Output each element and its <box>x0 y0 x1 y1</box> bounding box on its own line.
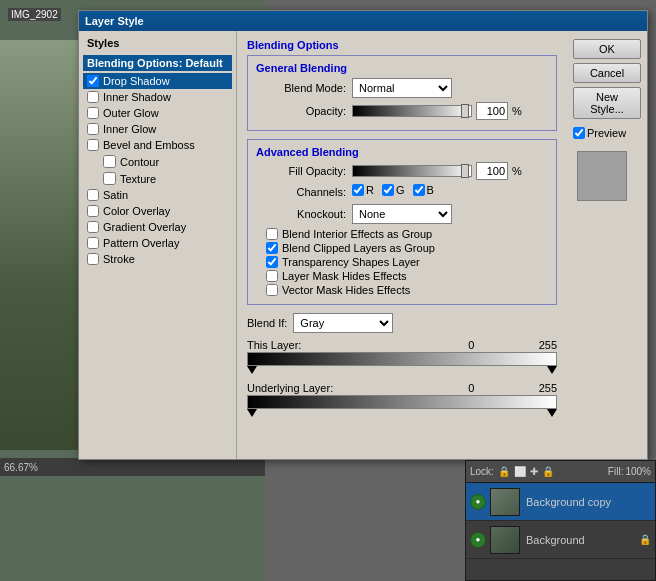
blend-interior-checkbox[interactable] <box>266 228 278 240</box>
channel-b-checkbox[interactable] <box>413 184 425 196</box>
fill-area: Fill: 100% <box>608 466 651 477</box>
opacity-slider-container: % <box>352 102 522 120</box>
vector-mask-checkbox[interactable] <box>266 284 278 296</box>
gradient-overlay-label: Gradient Overlay <box>103 221 186 233</box>
sidebar-item-pattern-overlay[interactable]: Pattern Overlay <box>83 235 232 251</box>
texture-checkbox[interactable] <box>103 172 116 185</box>
blend-if-select[interactable]: Gray Red Green Blue <box>293 313 393 333</box>
knockout-select[interactable]: None Shallow Deep <box>352 204 452 224</box>
cancel-button[interactable]: Cancel <box>573 63 641 83</box>
blend-mode-select[interactable]: Normal Dissolve Multiply Screen Overlay <box>352 78 452 98</box>
blending-options-header[interactable]: Blending Options: Default <box>83 55 232 71</box>
sidebar-item-stroke[interactable]: Stroke <box>83 251 232 267</box>
underlying-layer-label-row: Underlying Layer: 0 255 <box>247 382 557 394</box>
fill-opacity-slider-thumb[interactable] <box>461 164 469 178</box>
ok-button[interactable]: OK <box>573 39 641 59</box>
sidebar-item-color-overlay[interactable]: Color Overlay <box>83 203 232 219</box>
blending-options-title: Blending Options <box>247 39 557 51</box>
color-overlay-checkbox[interactable] <box>87 205 99 217</box>
general-blending-title: General Blending <box>256 62 548 74</box>
opacity-slider-track[interactable] <box>352 105 472 117</box>
transparency-shapes-row: Transparency Shapes Layer <box>266 256 548 268</box>
channel-r: R <box>352 184 374 196</box>
this-layer-container: This Layer: 0 255 <box>247 339 557 366</box>
sidebar-item-contour[interactable]: Contour <box>83 153 232 170</box>
color-overlay-label: Color Overlay <box>103 205 170 217</box>
sidebar-item-gradient-overlay[interactable]: Gradient Overlay <box>83 219 232 235</box>
sidebar-item-outer-glow[interactable]: Outer Glow <box>83 105 232 121</box>
layer-row-background-copy[interactable]: ● Background copy <box>466 483 655 521</box>
blend-if-label: Blend If: <box>247 317 287 329</box>
inner-shadow-label: Inner Shadow <box>103 91 171 103</box>
general-blending-section: General Blending Blend Mode: Normal Diss… <box>247 55 557 131</box>
satin-checkbox[interactable] <box>87 189 99 201</box>
opacity-slider-thumb[interactable] <box>461 104 469 118</box>
underlying-layer-gradient[interactable] <box>247 395 557 409</box>
channel-g: G <box>382 184 405 196</box>
layer-name-background: Background <box>526 534 639 546</box>
styles-panel: Styles Blending Options: Default Drop Sh… <box>79 31 237 459</box>
stroke-checkbox[interactable] <box>87 253 99 265</box>
preview-area <box>577 151 627 201</box>
transparency-shapes-label: Transparency Shapes Layer <box>282 256 420 268</box>
dialog-title: Layer Style <box>85 15 144 27</box>
channel-g-checkbox[interactable] <box>382 184 394 196</box>
channels-label: Channels: <box>256 186 346 198</box>
preview-checkbox[interactable] <box>573 127 585 139</box>
layer-eye-background-copy[interactable]: ● <box>470 494 486 510</box>
texture-label: Texture <box>120 173 156 185</box>
brush-icon[interactable]: ⬜ <box>514 466 526 477</box>
channel-r-checkbox[interactable] <box>352 184 364 196</box>
all-lock-icon[interactable]: 🔒 <box>542 466 554 477</box>
stroke-label: Stroke <box>103 253 135 265</box>
styles-label[interactable]: Styles <box>83 35 232 51</box>
blend-interior-row: Blend Interior Effects as Group <box>266 228 548 240</box>
underlying-layer-right-handle[interactable] <box>547 409 557 417</box>
transparency-shapes-checkbox[interactable] <box>266 256 278 268</box>
this-layer-right-handle[interactable] <box>547 366 557 374</box>
knockout-label: Knockout: <box>256 208 346 220</box>
blend-clipped-checkbox[interactable] <box>266 242 278 254</box>
zoom-bar: 66.67% <box>0 458 265 476</box>
inner-shadow-checkbox[interactable] <box>87 91 99 103</box>
bevel-emboss-checkbox[interactable] <box>87 139 99 151</box>
this-layer-left-handle[interactable] <box>247 366 257 374</box>
sidebar-item-bevel-emboss[interactable]: Bevel and Emboss <box>83 137 232 153</box>
layer-eye-background[interactable]: ● <box>470 532 486 548</box>
fill-opacity-slider-container: % <box>352 162 522 180</box>
pattern-overlay-checkbox[interactable] <box>87 237 99 249</box>
fill-opacity-slider-track[interactable] <box>352 165 472 177</box>
this-layer-gradient[interactable] <box>247 352 557 366</box>
layers-panel: Lock: 🔒 ⬜ ✚ 🔒 Fill: 100% ● Background co… <box>465 460 656 581</box>
zoom-text: 66.67% <box>4 462 38 473</box>
sidebar-item-satin[interactable]: Satin <box>83 187 232 203</box>
move-icon[interactable]: ✚ <box>530 466 538 477</box>
buttons-panel: OK Cancel New Style... Preview <box>567 31 647 459</box>
this-layer-label: This Layer: <box>247 339 301 351</box>
fill-opacity-input[interactable] <box>476 162 508 180</box>
sidebar-item-texture[interactable]: Texture <box>83 170 232 187</box>
layer-thumb-background-copy <box>490 488 520 516</box>
channel-b-label: B <box>427 184 434 196</box>
preview-label: Preview <box>587 127 626 139</box>
channels-container: R G B <box>352 184 434 196</box>
outer-glow-checkbox[interactable] <box>87 107 99 119</box>
layer-name-background-copy: Background copy <box>526 496 651 508</box>
underlying-layer-label: Underlying Layer: <box>247 382 333 394</box>
layer-row-background[interactable]: ● Background 🔒 <box>466 521 655 559</box>
inner-glow-checkbox[interactable] <box>87 123 99 135</box>
sidebar-item-drop-shadow[interactable]: Drop Shadow <box>83 73 232 89</box>
opacity-input[interactable] <box>476 102 508 120</box>
sidebar-item-inner-shadow[interactable]: Inner Shadow <box>83 89 232 105</box>
layer-mask-checkbox[interactable] <box>266 270 278 282</box>
gradient-overlay-checkbox[interactable] <box>87 221 99 233</box>
blend-clipped-label: Blend Clipped Layers as Group <box>282 242 435 254</box>
contour-checkbox[interactable] <box>103 155 116 168</box>
lock-icon[interactable]: 🔒 <box>498 466 510 477</box>
blend-mode-label: Blend Mode: <box>256 82 346 94</box>
underlying-layer-left-handle[interactable] <box>247 409 257 417</box>
vector-mask-label: Vector Mask Hides Effects <box>282 284 410 296</box>
new-style-button[interactable]: New Style... <box>573 87 641 119</box>
sidebar-item-inner-glow[interactable]: Inner Glow <box>83 121 232 137</box>
drop-shadow-checkbox[interactable] <box>87 75 99 87</box>
